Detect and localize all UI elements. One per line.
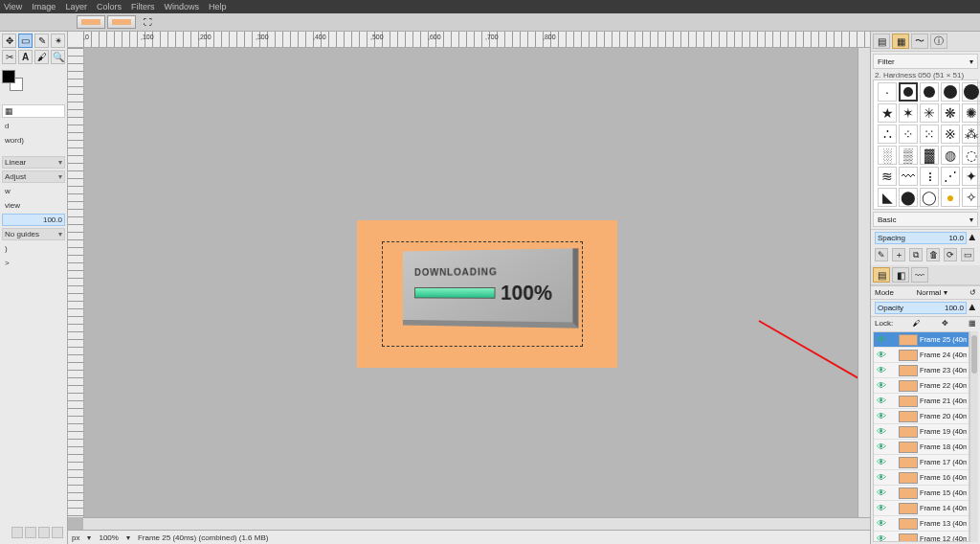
menu-item[interactable]: Filters (131, 2, 155, 11)
zoom-tool-icon[interactable]: 🔍 (51, 50, 65, 64)
layer-name-label[interactable]: Frame 21 (40ms) (920, 397, 967, 405)
document-tab[interactable] (77, 15, 105, 29)
menu-preset-icon[interactable] (52, 527, 63, 538)
layer-name-label[interactable]: Frame 14 (40ms) (920, 504, 967, 512)
brush-item[interactable]: ░ (878, 146, 897, 165)
visibility-eye-icon[interactable]: 👁 (876, 518, 887, 529)
visibility-eye-icon[interactable]: 👁 (876, 487, 887, 498)
scrollbar-thumb[interactable] (971, 335, 977, 374)
layer-name-label[interactable]: Frame 19 (40ms) (920, 427, 967, 436)
brush-item[interactable]: ❋ (941, 103, 960, 123)
canvas[interactable]: DOWNLOADING 100% (84, 48, 858, 517)
layer-name-label[interactable]: Frame 16 (40ms) (920, 473, 967, 482)
layer-row[interactable]: 👁Frame 21 (40ms) (874, 394, 969, 409)
menu-item[interactable]: Windows (164, 2, 199, 11)
layer-row[interactable]: 👁Frame 17 (40ms) (874, 455, 969, 470)
document-tab[interactable] (107, 15, 136, 29)
lock-pixels-icon[interactable]: 🖌 (913, 319, 921, 328)
layer-opacity-field[interactable]: Opacity 100.0 ⯅ (875, 302, 976, 314)
menu-item[interactable]: Colors (97, 2, 122, 11)
chevron-down-icon[interactable]: ▾ (87, 533, 91, 542)
layer-row[interactable]: 👁Frame 19 (40ms) (874, 424, 969, 440)
text-tool-icon[interactable]: A (18, 50, 33, 64)
brush-item[interactable]: ⬤ (899, 188, 918, 207)
delete-preset-icon[interactable] (38, 527, 50, 538)
chevron-down-icon[interactable]: ▾ (126, 533, 130, 542)
wand-tool-icon[interactable]: ✴ (51, 34, 65, 48)
brush-item[interactable]: ★ (878, 103, 897, 123)
layer-row[interactable]: 👁Frame 14 (40ms) (874, 501, 969, 516)
lasso-tool-icon[interactable]: ✎ (34, 34, 49, 48)
brush-item[interactable]: ◌ (962, 146, 980, 165)
layer-name-label[interactable]: Frame 24 (40ms) (920, 351, 967, 359)
brush-item[interactable]: ◣ (878, 188, 897, 207)
visibility-eye-icon[interactable]: 👁 (876, 350, 887, 360)
paint-tool-icon[interactable]: 🖌 (34, 50, 49, 64)
brush-item[interactable]: ⁂ (962, 125, 980, 144)
brush-item[interactable]: ✳ (920, 103, 939, 123)
gradient-repeat-select[interactable]: Adjust▾ (2, 170, 65, 183)
tab-gradients-icon[interactable]: 〜 (911, 34, 928, 49)
layer-row[interactable]: 👁Frame 24 (40ms) (874, 348, 969, 363)
layer-scrollbar[interactable] (969, 331, 978, 542)
gradient-shape-select[interactable]: Linear▾ (2, 156, 65, 169)
new-brush-icon[interactable]: ＋ (892, 248, 905, 261)
layer-row[interactable]: 👁Frame 12 (40ms) (874, 532, 969, 542)
rect-select-tool-icon[interactable]: ▭ (18, 34, 33, 48)
visibility-eye-icon[interactable]: 👁 (876, 533, 887, 542)
fg-bg-colors[interactable] (2, 70, 25, 93)
delete-brush-icon[interactable]: 🗑 (926, 248, 940, 261)
layer-row[interactable]: 👁Frame 23 (40ms) (874, 363, 969, 378)
preset-swatch[interactable]: ▦ (2, 104, 65, 118)
menu-item[interactable]: Image (32, 2, 56, 11)
open-brush-icon[interactable]: ▭ (961, 248, 974, 261)
layer-row[interactable]: 👁Frame 22 (40ms) (874, 378, 969, 394)
brush-item[interactable]: ⁘ (899, 125, 918, 144)
brush-item[interactable]: · (878, 82, 897, 102)
refresh-brush-icon[interactable]: ⟳ (944, 248, 957, 261)
brush-item[interactable]: ✦ (962, 167, 980, 186)
layer-name-label[interactable]: Frame 17 (40ms) (920, 458, 967, 466)
tab-channels-icon[interactable]: ◧ (892, 267, 909, 283)
brush-item[interactable] (899, 82, 918, 102)
brush-item[interactable]: ≋ (878, 167, 897, 186)
brush-item[interactable]: ● (941, 188, 960, 207)
visibility-eye-icon[interactable]: 👁 (876, 380, 887, 391)
filter-dropdown[interactable]: Filter▾ (873, 54, 978, 69)
reset-preset-icon[interactable] (25, 527, 36, 538)
layer-name-label[interactable]: Frame 22 (40ms) (920, 381, 967, 390)
brush-item[interactable]: ✧ (962, 188, 980, 207)
blend-mode-select[interactable]: Normal ▾ (917, 288, 947, 297)
brush-item[interactable]: ∴ (878, 125, 897, 144)
layer-name-label[interactable]: Frame 18 (40ms) (920, 442, 967, 451)
visibility-eye-icon[interactable]: 👁 (876, 503, 887, 513)
visibility-eye-icon[interactable]: 👁 (876, 442, 887, 452)
status-unit[interactable]: px (72, 533, 79, 542)
brush-item[interactable] (962, 82, 980, 102)
brush-item[interactable]: ⫶ (920, 167, 939, 186)
brush-item[interactable] (941, 82, 960, 102)
stepper-icon[interactable]: ⯅ (969, 234, 976, 242)
layer-name-label[interactable]: Frame 20 (40ms) (920, 412, 967, 420)
visibility-eye-icon[interactable]: 👁 (876, 334, 887, 345)
brush-item[interactable]: ✺ (962, 103, 980, 123)
status-zoom[interactable]: 100% (99, 533, 118, 542)
duplicate-brush-icon[interactable]: ⧉ (909, 248, 923, 261)
layer-row[interactable]: 👁Frame 15 (40ms) (874, 486, 969, 501)
brush-item[interactable]: ✶ (899, 103, 918, 123)
maximize-view-icon[interactable]: ⛶ (140, 15, 155, 29)
layer-name-label[interactable]: Frame 23 (40ms) (920, 366, 967, 374)
visibility-eye-icon[interactable]: 👁 (876, 457, 887, 467)
crop-tool-icon[interactable]: ✂ (2, 50, 16, 64)
brush-item[interactable]: ◍ (941, 146, 960, 165)
lock-position-icon[interactable]: ✥ (942, 319, 948, 328)
tab-layers-icon[interactable]: ▤ (873, 267, 890, 283)
spacing-field[interactable]: Spacing 10.0 ⯅ (875, 232, 976, 244)
brush-item[interactable]: ⋰ (941, 167, 960, 186)
brush-preset-dropdown[interactable]: Basic▾ (873, 212, 978, 227)
tab-patterns-icon[interactable]: ▦ (892, 34, 909, 49)
vertical-scrollbar[interactable] (858, 48, 870, 517)
layer-name-label[interactable]: Frame 13 (40ms) (920, 519, 967, 528)
horizontal-scrollbar[interactable] (83, 517, 870, 530)
mode-reset-icon[interactable]: ↺ (969, 288, 976, 297)
